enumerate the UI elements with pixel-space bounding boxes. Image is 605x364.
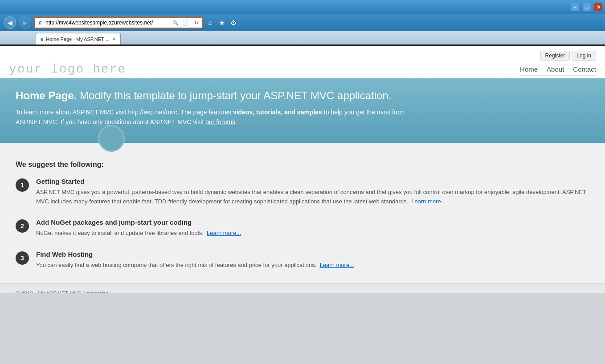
maximize-button[interactable]: □ bbox=[583, 3, 591, 11]
address-bar-row: ◀ ▶ e 🔍 📄 ↻ ⌂ ★ ⚙ bbox=[0, 14, 605, 31]
item-link-3[interactable]: Learn more... bbox=[320, 262, 354, 268]
item-number-2: 2 bbox=[16, 219, 29, 233]
settings-icon[interactable]: ⚙ bbox=[229, 18, 238, 27]
tab-close-button[interactable]: ✕ bbox=[112, 36, 116, 41]
window-controls: − □ ✕ bbox=[571, 3, 602, 11]
window-bottom-area bbox=[0, 293, 605, 364]
hero-middle: . The page features bbox=[177, 109, 233, 116]
hero-link-aspnet[interactable]: http://asp.net/mvc bbox=[128, 109, 177, 116]
site-logo: your logo here bbox=[9, 62, 126, 76]
site-footer: © 2012 - My ASP.NET MVC Application bbox=[0, 283, 605, 293]
address-actions: 🔍 📄 ↻ bbox=[171, 18, 200, 27]
tab-bar: e Home Page - My ASP.NET ... ✕ bbox=[0, 31, 605, 44]
item-content-1: Getting Started ASP.NET MVC gives you a … bbox=[36, 178, 589, 206]
list-item: 2 Add NuGet packages and jump-start your… bbox=[16, 218, 589, 238]
nav-about[interactable]: About bbox=[547, 65, 564, 73]
item-title-2: Add NuGet packages and jump-start your c… bbox=[36, 218, 589, 226]
item-content-2: Add NuGet packages and jump-start your c… bbox=[36, 218, 589, 238]
item-title-1: Getting Started bbox=[36, 178, 589, 185]
item-number-1: 1 bbox=[16, 178, 29, 192]
item-desc-2: NuGet makes it easy to install and updat… bbox=[36, 229, 589, 238]
ie-logo-icon: e bbox=[37, 19, 44, 26]
nav-bar: Home About Contact bbox=[520, 63, 596, 76]
forward-button[interactable]: ▶ bbox=[19, 16, 31, 29]
item-number-3: 3 bbox=[16, 251, 29, 265]
refresh-icon[interactable]: ↻ bbox=[192, 18, 200, 27]
item-link-1[interactable]: Learn more... bbox=[411, 198, 446, 205]
nav-home[interactable]: Home bbox=[520, 65, 538, 73]
hero-intro: To learn more about ASP.NET MVC visit bbox=[16, 109, 128, 116]
tab-ie-logo: e bbox=[41, 36, 43, 42]
hero-title-rest: Modify this template to jump-start your … bbox=[77, 89, 391, 101]
address-bar-container: e 🔍 📄 ↻ bbox=[34, 17, 203, 28]
address-input[interactable] bbox=[45, 20, 169, 26]
hero-title-bold: Home Page. bbox=[16, 89, 77, 101]
header-top: Register Log in bbox=[9, 51, 596, 61]
back-button[interactable]: ◀ bbox=[4, 16, 16, 29]
hero-title: Home Page. Modify this template to jump-… bbox=[16, 89, 589, 102]
banner-circle-decoration bbox=[98, 125, 125, 152]
suggest-heading: We suggest the following: bbox=[16, 161, 589, 169]
items-list: 1 Getting Started ASP.NET MVC gives you … bbox=[16, 178, 589, 270]
active-tab[interactable]: e Home Page - My ASP.NET ... ✕ bbox=[36, 33, 121, 44]
register-button[interactable]: Register bbox=[540, 51, 570, 61]
item-title-3: Find Web Hosting bbox=[36, 251, 589, 258]
hero-banner: Home Page. Modify this template to jump-… bbox=[0, 78, 605, 143]
site-header: Register Log in your logo here Home Abou… bbox=[0, 46, 605, 78]
tab-label: Home Page - My ASP.NET ... bbox=[46, 36, 110, 42]
list-item: 3 Find Web Hosting You can easily find a… bbox=[16, 251, 589, 270]
home-icon[interactable]: ⌂ bbox=[206, 18, 215, 27]
hero-link-forums[interactable]: our forums bbox=[205, 118, 235, 125]
minimize-button[interactable]: − bbox=[571, 3, 579, 11]
hero-text: To learn more about ASP.NET MVC visit ht… bbox=[16, 107, 417, 127]
favorites-icon[interactable]: ★ bbox=[217, 18, 226, 27]
close-button[interactable]: ✕ bbox=[594, 3, 602, 11]
search-icon[interactable]: 🔍 bbox=[171, 18, 180, 27]
site-container: Register Log in your logo here Home Abou… bbox=[0, 46, 605, 293]
item-content-3: Find Web Hosting You can easily find a w… bbox=[36, 251, 589, 270]
item-desc-3: You can easily find a web hosting compan… bbox=[36, 261, 589, 270]
item-desc-1: ASP.NET MVC gives you a powerful, patter… bbox=[36, 188, 589, 206]
compat-icon[interactable]: 📄 bbox=[181, 18, 190, 27]
title-bar: − □ ✕ bbox=[0, 0, 605, 14]
main-content: We suggest the following: 1 Getting Star… bbox=[0, 143, 605, 283]
list-item: 1 Getting Started ASP.NET MVC gives you … bbox=[16, 178, 589, 206]
nav-contact[interactable]: Contact bbox=[573, 65, 596, 73]
item-link-2[interactable]: Learn more... bbox=[207, 230, 241, 236]
login-button[interactable]: Log in bbox=[572, 51, 596, 61]
hero-end: . bbox=[235, 118, 237, 125]
hero-bold-text: videos, tutorials, and samples bbox=[233, 109, 322, 116]
